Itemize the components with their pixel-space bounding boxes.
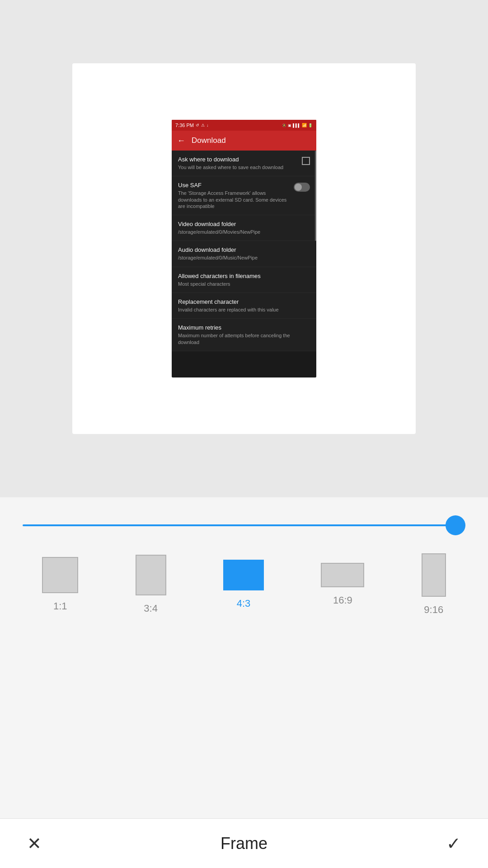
ask-where-checkbox[interactable] bbox=[302, 157, 310, 165]
video-folder-subtitle: /storage/emulated/0/Movies/NewPipe bbox=[178, 229, 306, 235]
settings-item-text: Replacement character Invalid characters… bbox=[178, 298, 310, 313]
aspect-ratio-box-3-4 bbox=[136, 555, 166, 595]
app-toolbar: ← Download bbox=[172, 131, 316, 151]
aspect-ratio-options: 1:1 3:4 4:3 16:9 9:16 bbox=[0, 544, 488, 625]
slider-thumb[interactable] bbox=[446, 515, 465, 535]
ask-where-subtitle: You will be asked where to save each dow… bbox=[178, 164, 298, 170]
settings-item-text: Audio download folder /storage/emulated/… bbox=[178, 246, 310, 261]
toolbar-title: Download bbox=[192, 136, 226, 145]
settings-item-text: Maximum retries Maximum number of attemp… bbox=[178, 324, 310, 345]
warning-icon: ⚠ bbox=[201, 123, 205, 127]
replacement-char-subtitle: Invalid characters are replaced with thi… bbox=[178, 307, 306, 313]
settings-list: Ask where to download You will be asked … bbox=[172, 151, 316, 351]
settings-item-video-folder[interactable]: Video download folder /storage/emulated/… bbox=[172, 215, 316, 241]
settings-item-text: Use SAF The 'Storage Access Framework' a… bbox=[178, 182, 294, 209]
allowed-chars-subtitle: Most special characters bbox=[178, 281, 306, 287]
aspect-ratio-label-9-16: 9:16 bbox=[424, 604, 443, 616]
aspect-ratio-label-3-4: 3:4 bbox=[144, 603, 158, 614]
refresh-icon: ↺ bbox=[196, 123, 199, 127]
slider-track[interactable] bbox=[23, 524, 465, 526]
settings-item-text: Allowed characters in filenames Most spe… bbox=[178, 273, 310, 287]
settings-item-ask-where[interactable]: Ask where to download You will be asked … bbox=[172, 151, 316, 176]
use-saf-title: Use SAF bbox=[178, 182, 290, 189]
aspect-ratio-box-9-16 bbox=[422, 553, 446, 597]
use-saf-subtitle: The 'Storage Access Framework' allows do… bbox=[178, 190, 290, 209]
status-left: 7:36 PM ↺ ⚠ ↓ bbox=[175, 123, 208, 128]
status-bar: 7:36 PM ↺ ⚠ ↓ 🔕 ▣ ▌▌▌ 📶 🔋 bbox=[172, 120, 316, 131]
aspect-ratio-box-4-3 bbox=[223, 560, 264, 590]
confirm-button[interactable]: ✓ bbox=[446, 834, 461, 854]
max-retries-title: Maximum retries bbox=[178, 324, 306, 331]
settings-item-audio-folder[interactable]: Audio download folder /storage/emulated/… bbox=[172, 241, 316, 267]
aspect-ratio-3-4[interactable]: 3:4 bbox=[136, 555, 166, 614]
aspect-ratio-9-16[interactable]: 9:16 bbox=[422, 553, 446, 616]
phone-screen: 7:36 PM ↺ ⚠ ↓ 🔕 ▣ ▌▌▌ 📶 🔋 ← Download bbox=[172, 120, 316, 377]
signal-icon: ▌▌▌ bbox=[293, 123, 300, 127]
download-arrow-icon: ↓ bbox=[206, 123, 209, 127]
sim-icon: ▣ bbox=[288, 123, 291, 127]
toggle-knob bbox=[295, 184, 302, 191]
settings-item-text: Ask where to download You will be asked … bbox=[178, 156, 302, 170]
frame-container: 7:36 PM ↺ ⚠ ↓ 🔕 ▣ ▌▌▌ 📶 🔋 ← Download bbox=[72, 63, 416, 434]
use-saf-toggle[interactable] bbox=[294, 183, 310, 192]
aspect-ratio-1-1[interactable]: 1:1 bbox=[42, 557, 78, 612]
aspect-ratio-box-1-1 bbox=[42, 557, 78, 593]
slider-area bbox=[0, 497, 488, 544]
canvas-area: 7:36 PM ↺ ⚠ ↓ 🔕 ▣ ▌▌▌ 📶 🔋 ← Download bbox=[0, 0, 488, 497]
ask-where-title: Ask where to download bbox=[178, 156, 298, 163]
audio-folder-subtitle: /storage/emulated/0/Music/NewPipe bbox=[178, 255, 306, 261]
settings-item-use-saf[interactable]: Use SAF The 'Storage Access Framework' a… bbox=[172, 176, 316, 215]
aspect-ratio-label-1-1: 1:1 bbox=[53, 600, 67, 612]
ask-where-control bbox=[302, 156, 310, 165]
use-saf-control bbox=[294, 182, 310, 192]
aspect-ratio-label-16-9: 16:9 bbox=[333, 594, 352, 606]
cancel-button[interactable]: ✕ bbox=[27, 834, 42, 854]
frame-title: Frame bbox=[221, 834, 267, 853]
battery-icon: 🔋 bbox=[308, 123, 313, 127]
wifi-icon: 📶 bbox=[302, 123, 307, 127]
settings-item-replacement-char[interactable]: Replacement character Invalid characters… bbox=[172, 293, 316, 319]
bottom-action-bar: ✕ Frame ✓ bbox=[0, 818, 488, 868]
video-folder-title: Video download folder bbox=[178, 221, 306, 227]
max-retries-subtitle: Maximum number of attempts before cancel… bbox=[178, 332, 306, 345]
replacement-char-title: Replacement character bbox=[178, 298, 306, 305]
aspect-ratio-16-9[interactable]: 16:9 bbox=[321, 563, 364, 606]
back-button[interactable]: ← bbox=[177, 136, 185, 146]
aspect-ratio-4-3[interactable]: 4:3 bbox=[223, 560, 264, 609]
settings-item-text: Video download folder /storage/emulated/… bbox=[178, 221, 310, 235]
aspect-ratio-label-4-3: 4:3 bbox=[237, 598, 251, 609]
settings-item-allowed-chars[interactable]: Allowed characters in filenames Most spe… bbox=[172, 267, 316, 293]
allowed-chars-title: Allowed characters in filenames bbox=[178, 273, 306, 279]
status-time: 7:36 PM bbox=[175, 123, 194, 128]
mute-icon: 🔕 bbox=[282, 123, 286, 127]
audio-folder-title: Audio download folder bbox=[178, 246, 306, 253]
settings-item-max-retries[interactable]: Maximum retries Maximum number of attemp… bbox=[172, 319, 316, 351]
bottom-controls: 1:1 3:4 4:3 16:9 9:16 bbox=[0, 497, 488, 868]
status-right: 🔕 ▣ ▌▌▌ 📶 🔋 bbox=[282, 123, 313, 127]
scrollbar[interactable] bbox=[315, 151, 316, 241]
aspect-ratio-box-16-9 bbox=[321, 563, 364, 587]
